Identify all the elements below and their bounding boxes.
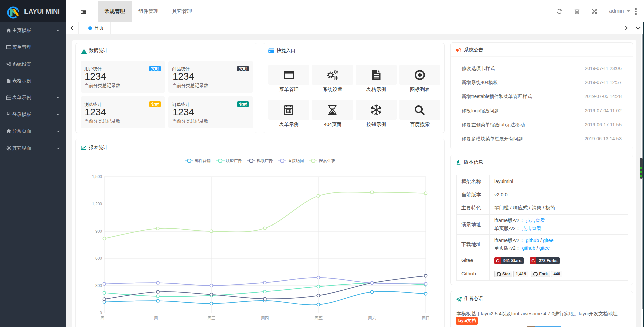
- svg-text:1,500: 1,500: [92, 174, 102, 179]
- svg-text:周日: 周日: [422, 316, 430, 320]
- svg-text:周三: 周三: [207, 316, 215, 320]
- svg-text:900: 900: [95, 229, 102, 234]
- svg-text:1,200: 1,200: [92, 202, 102, 206]
- svg-text:周五: 周五: [314, 316, 323, 320]
- svg-text:周四: 周四: [261, 316, 269, 320]
- svg-text:600: 600: [95, 256, 102, 261]
- svg-text:周二: 周二: [154, 316, 162, 320]
- svg-text:0: 0: [100, 311, 102, 315]
- svg-text:周六: 周六: [368, 316, 376, 320]
- svg-text:周一: 周一: [100, 316, 108, 320]
- svg-text:300: 300: [95, 283, 102, 288]
